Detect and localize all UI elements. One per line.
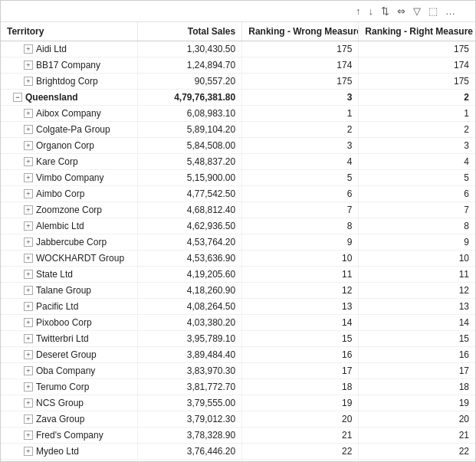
expand-plus-icon[interactable]: + [24,109,33,118]
col-header-wrong[interactable]: Ranking - Wrong Measure [242,22,359,41]
sales-value: 4,62,936.50 [137,218,241,234]
expand-plus-icon[interactable]: + [24,141,33,150]
right-measure-value: 11 [359,267,475,283]
right-measure-value: 9 [359,234,475,251]
territory-cell: +Oba Company [1,363,137,379]
header-row: Territory Total Sales Ranking - Wrong Me… [1,22,475,41]
right-measure-value: 16 [359,347,475,363]
territory-name: Aibox Company [36,108,101,119]
wrong-measure-value: 2 [242,122,359,138]
territory-name: Pacific Ltd [36,301,78,312]
col-header-right[interactable]: Ranking - Right Measure [359,22,475,41]
table-row: +Aimbo Corp4,77,542.5066 [1,186,475,202]
expand-plus-icon[interactable]: + [24,221,33,231]
sales-value: 1,24,894.70 [137,57,241,74]
filter-icon[interactable]: ▽ [412,4,422,18]
territory-cell: +Alembic Ltd [1,218,137,234]
expand-plus-icon[interactable]: + [24,205,33,215]
sales-value: 3,95,789.10 [137,331,241,347]
expand-plus-icon[interactable]: + [24,270,33,279]
expand-plus-icon[interactable]: + [24,302,33,311]
table-row: +BB17 Company1,24,894.70174174 [1,57,475,74]
table-row: +Pfizer Corp3,75,836.502323 [1,460,475,462]
expand-plus-icon[interactable]: + [24,318,33,327]
right-measure-value: 7 [359,202,475,218]
wrong-measure-value: 174 [242,57,359,74]
expand-plus-icon[interactable]: + [24,157,33,166]
territory-cell: +Mydeo Ltd [1,444,137,460]
right-measure-value: 13 [359,299,475,315]
right-measure-value: 4 [359,154,475,170]
expand-plus-icon[interactable]: + [24,125,33,134]
expand-plus-icon[interactable]: + [24,366,33,375]
sort-both-icon[interactable]: ⇅ [379,4,391,18]
expand-plus-icon[interactable]: + [24,189,33,198]
wrong-measure-value: 175 [242,41,359,57]
expand-plus-icon[interactable]: + [24,447,33,456]
collapse-minus-icon[interactable]: − [13,93,22,102]
territory-name: Oba Company [36,365,95,376]
wrong-measure-value: 18 [242,379,359,395]
expand-plus-icon[interactable]: + [24,334,33,343]
table-row: +Colgate-Pa Group5,89,104.2022 [1,122,475,138]
table-row: +Aibox Company6,08,983.1011 [1,106,475,122]
col-header-territory[interactable]: Territory [1,22,137,41]
right-measure-value: 10 [359,251,475,267]
sales-value: 4,08,264.50 [137,299,241,315]
wrong-measure-value: 15 [242,331,359,347]
right-measure-value: 18 [359,379,475,395]
sales-value: 5,89,104.20 [137,122,241,138]
territory-cell: +Colgate-Pa Group [1,122,137,138]
sort-desc-icon[interactable]: ↓ [367,4,376,18]
expand-plus-icon[interactable]: + [24,44,33,54]
more-icon[interactable]: … [444,4,457,18]
expand-plus-icon[interactable]: + [24,382,33,392]
expand-plus-icon[interactable]: + [24,61,33,70]
toolbar: ↑ ↓ ⇅ ⇔ ▽ ⬚ … [1,1,475,22]
expand-plus-icon[interactable]: + [24,414,33,424]
wrong-measure-value: 21 [242,428,359,444]
territory-cell: +Fred's Company [1,428,137,444]
sales-value: 3,75,836.50 [137,460,241,462]
territory-cell: +BB17 Company [1,57,137,74]
territory-cell: +Pfizer Corp [1,460,137,462]
expand-icon[interactable]: ⇔ [396,4,407,18]
right-measure-value: 6 [359,186,475,202]
right-measure-value: 20 [359,411,475,428]
expand-plus-icon[interactable]: + [24,238,33,247]
territory-name: Twitterbri Ltd [36,333,89,344]
expand-plus-icon[interactable]: + [24,398,33,408]
expand-plus-icon[interactable]: + [24,254,33,263]
grid-icon[interactable]: ⬚ [427,4,439,18]
table-row: +Organon Corp5,84,508.0033 [1,138,475,154]
col-header-sales[interactable]: Total Sales [137,22,241,41]
territory-cell: +Talane Group [1,283,137,299]
territory-name: Talane Group [36,285,91,296]
territory-name: Mydeo Ltd [36,446,79,457]
wrong-measure-value: 3 [242,90,359,106]
table-row: +Pixoboo Corp4,03,380.201414 [1,315,475,331]
main-container: ↑ ↓ ⇅ ⇔ ▽ ⬚ … Territory Total Sales Rank… [0,0,476,462]
table-body: +Aidi Ltd1,30,430.50175175+BB17 Company1… [1,41,475,462]
wrong-measure-value: 6 [242,186,359,202]
table-wrapper[interactable]: Territory Total Sales Ranking - Wrong Me… [1,22,475,461]
expand-plus-icon[interactable]: + [24,350,33,359]
sales-value: 5,84,508.00 [137,138,241,154]
sales-value: 6,08,983.10 [137,106,241,122]
territory-name: BB17 Company [36,60,100,70]
territory-cell: +Zoomzone Corp [1,202,137,218]
wrong-measure-value: 16 [242,347,359,363]
territory-name: NCS Group [36,398,84,408]
expand-plus-icon[interactable]: + [24,77,33,86]
sales-value: 4,53,636.90 [137,251,241,267]
right-measure-value: 19 [359,395,475,411]
table-row: +Kare Corp5,48,837.2044 [1,154,475,170]
expand-plus-icon[interactable]: + [24,173,33,182]
sales-value: 4,18,260.90 [137,283,241,299]
sales-value: 5,48,837.20 [137,154,241,170]
territory-cell: +Kare Corp [1,154,137,170]
expand-plus-icon[interactable]: + [24,431,33,440]
sort-asc-icon[interactable]: ↑ [354,4,363,18]
table-row: +Talane Group4,18,260.901212 [1,283,475,299]
expand-plus-icon[interactable]: + [24,286,33,295]
